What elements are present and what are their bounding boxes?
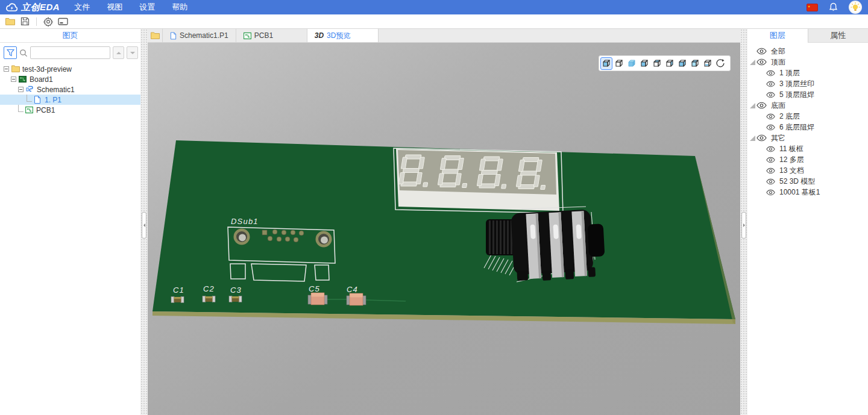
tree-item-page-p1[interactable]: 1. P1 [0,95,140,105]
tree-item-pcb[interactable]: PCB1 [0,105,140,115]
back-view-button[interactable] [651,57,663,70]
eye-visible-icon[interactable] [756,48,767,55]
layer-row-3d-model[interactable]: 52 3D 模型 [747,176,868,187]
layer-label: 全部 [771,46,785,57]
page-icon [34,96,42,104]
filter-button[interactable] [4,46,17,59]
search-input[interactable] [30,46,110,59]
eye-visible-icon[interactable] [766,81,775,87]
expander-triangle-icon[interactable] [750,136,755,141]
menu-view[interactable]: 视图 [98,0,131,14]
layer-label: 6 底层阻焊 [779,122,814,133]
documents-panel: 图页 test-3d-preview [0,29,140,415]
layer-label: 52 3D 模型 [779,176,815,187]
tree-expander[interactable] [4,66,9,72]
folder-icon [11,65,20,73]
layer-row-board-outline[interactable]: 11 板框 [747,143,868,154]
wireframe-view-button[interactable] [613,57,625,70]
tab-3d-preview[interactable]: 3D 3D预览 [307,29,379,42]
expander-triangle-icon[interactable] [750,103,755,108]
layer-row-substrate[interactable]: 10001 基板1 [747,187,868,198]
layer-row-bottom-mask[interactable]: 6 底层阻焊 [747,122,868,133]
jack-body [511,209,596,282]
refdes-dsub1: DSub1 [231,217,259,226]
eye-visible-icon[interactable] [766,157,775,163]
cloud-logo-icon [5,3,18,12]
left-view-button[interactable] [664,57,676,70]
layer-row-multi[interactable]: 12 多层 [747,154,868,165]
menu-settings[interactable]: 设置 [131,0,163,14]
layer-row-document[interactable]: 13 文档 [747,165,868,176]
layer-group-other[interactable]: 其它 [747,133,868,143]
eye-visible-icon[interactable] [766,146,775,152]
layer-row-top-mask[interactable]: 5 顶层阻焊 [747,89,868,100]
right-collapse-handle[interactable] [741,212,746,239]
layer-label: 13 文档 [779,166,804,176]
right-view-button[interactable] [676,57,688,70]
isometric-view-button[interactable] [600,57,612,70]
tree-item-label: PCB1 [36,106,55,114]
tree-expander[interactable] [11,76,16,82]
tree-connector [18,105,24,112]
eye-visible-icon[interactable] [756,58,767,66]
top-view-button[interactable] [689,57,701,70]
tab-properties[interactable]: 属性 [808,29,868,43]
open-folder-icon[interactable] [3,16,17,28]
layer-row-top-copper[interactable]: 1 顶层 [747,67,868,78]
mounting-hole [234,229,250,245]
layer-label: 其它 [771,133,785,143]
eye-visible-icon[interactable] [756,134,767,142]
eye-visible-icon[interactable] [766,189,775,196]
layer-label: 10001 基板1 [779,187,820,198]
tab-folder-icon[interactable] [148,29,163,42]
eye-visible-icon[interactable] [766,113,775,120]
layer-group-bottom[interactable]: 底面 [747,100,868,111]
eye-visible-icon[interactable] [766,178,775,185]
solid-view-button[interactable] [626,57,638,70]
documents-panel-title[interactable]: 图页 [0,29,140,43]
gear-icon[interactable] [41,16,55,28]
tree-item-schematic[interactable]: Schematic1 [0,84,140,95]
main-area: Schematic1.P1 PCB1 3D 3D预览 [148,29,740,415]
menu-help[interactable]: 帮助 [163,0,196,14]
app-logo[interactable]: 立创EDA [0,2,66,13]
device-manager-icon[interactable] [55,16,70,28]
bottom-view-button[interactable] [702,57,714,70]
eye-visible-icon[interactable] [766,70,775,76]
layer-row-bottom-copper[interactable]: 2 底层 [747,111,868,122]
eye-visible-icon[interactable] [766,92,775,98]
toolbar-separator [36,17,37,26]
left-collapse-handle[interactable] [142,212,146,239]
menu-file[interactable]: 文件 [66,0,98,14]
user-avatar[interactable] [849,1,862,14]
layer-label: 2 底层 [779,111,800,122]
layer-group-top[interactable]: 顶面 [747,57,868,67]
tab-schematic1-p1[interactable]: Schematic1.P1 [163,29,236,42]
eye-visible-icon[interactable] [766,124,775,131]
document-tree: test-3d-preview Board1 Schematic1 [0,63,140,115]
search-next-button[interactable] [127,46,138,59]
layer-label: 3 顶层丝印 [779,79,814,89]
eye-visible-icon[interactable] [766,167,775,174]
tab-pcb1[interactable]: PCB1 [236,29,307,42]
right-collapse-strip [740,29,747,415]
layer-row-all[interactable]: 全部 [747,46,868,57]
layer-list: 全部 顶面 1 顶层 3 顶层丝印 5 顶层阻焊 [747,43,868,198]
tree-item-project[interactable]: test-3d-preview [0,64,140,74]
notifications-bell-icon[interactable] [829,2,838,12]
3d-viewport[interactable]: DSub1 [148,43,740,415]
tree-item-board[interactable]: Board1 [0,74,140,84]
refdes-c4: C4 [347,285,358,294]
eye-visible-icon[interactable] [756,102,767,109]
front-view-button[interactable] [638,57,650,70]
expander-triangle-icon[interactable] [750,60,755,65]
save-icon[interactable] [17,16,32,28]
language-flag-icon[interactable] [807,4,818,11]
tree-expander[interactable] [18,87,24,92]
rotate-view-button[interactable] [714,57,726,70]
tab-label: PCB1 [254,31,273,40]
topbar: 立创EDA 文件 视图 设置 帮助 [0,0,868,14]
layer-row-top-silk[interactable]: 3 顶层丝印 [747,78,868,89]
search-prev-button[interactable] [113,46,124,59]
tab-layers[interactable]: 图层 [747,29,808,43]
